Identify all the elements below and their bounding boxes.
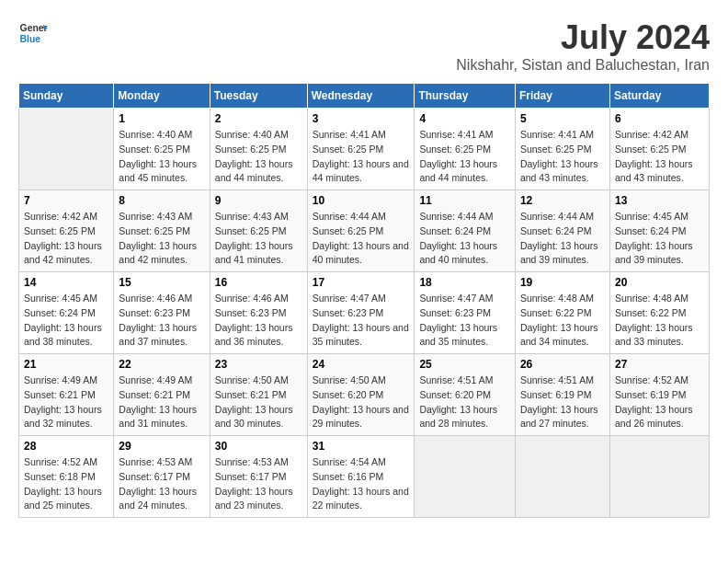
header-day-wednesday: Wednesday [307, 84, 415, 109]
day-detail: Sunrise: 4:42 AMSunset: 6:25 PMDaylight:… [24, 210, 108, 268]
day-number: 4 [419, 112, 510, 125]
day-number: 1 [119, 112, 204, 125]
week-row-3: 14Sunrise: 4:45 AMSunset: 6:24 PMDayligh… [19, 272, 710, 354]
calendar-body: 1Sunrise: 4:40 AMSunset: 6:25 PMDaylight… [19, 109, 710, 518]
day-detail: Sunrise: 4:54 AMSunset: 6:16 PMDaylight:… [313, 455, 410, 513]
day-detail: Sunrise: 4:46 AMSunset: 6:23 PMDaylight:… [119, 292, 204, 350]
svg-text:Blue: Blue [20, 34, 41, 44]
day-detail: Sunrise: 4:43 AMSunset: 6:25 PMDaylight:… [215, 210, 302, 268]
day-number: 7 [24, 194, 108, 207]
table-cell: 21Sunrise: 4:49 AMSunset: 6:21 PMDayligh… [19, 354, 114, 436]
day-detail: Sunrise: 4:49 AMSunset: 6:21 PMDaylight:… [119, 373, 204, 431]
table-cell: 12Sunrise: 4:44 AMSunset: 6:24 PMDayligh… [515, 190, 609, 272]
day-number: 21 [24, 358, 108, 371]
day-number: 18 [419, 276, 510, 289]
day-detail: Sunrise: 4:48 AMSunset: 6:22 PMDaylight:… [520, 292, 605, 350]
day-number: 27 [615, 358, 704, 371]
day-number: 3 [313, 112, 410, 125]
table-cell: 30Sunrise: 4:53 AMSunset: 6:17 PMDayligh… [210, 436, 307, 518]
table-cell: 3Sunrise: 4:41 AMSunset: 6:25 PMDaylight… [307, 109, 415, 190]
table-cell [415, 436, 516, 518]
day-number: 11 [419, 194, 510, 207]
day-number: 13 [615, 194, 704, 207]
day-number: 16 [215, 276, 302, 289]
table-cell: 25Sunrise: 4:51 AMSunset: 6:20 PMDayligh… [415, 354, 516, 436]
day-detail: Sunrise: 4:50 AMSunset: 6:20 PMDaylight:… [313, 373, 410, 431]
day-detail: Sunrise: 4:46 AMSunset: 6:23 PMDaylight:… [215, 292, 302, 350]
week-row-2: 7Sunrise: 4:42 AMSunset: 6:25 PMDaylight… [19, 190, 710, 272]
table-cell: 18Sunrise: 4:47 AMSunset: 6:23 PMDayligh… [415, 272, 516, 354]
table-cell: 1Sunrise: 4:40 AMSunset: 6:25 PMDaylight… [114, 109, 210, 190]
days-of-week-row: SundayMondayTuesdayWednesdayThursdayFrid… [19, 84, 710, 109]
table-cell: 13Sunrise: 4:45 AMSunset: 6:24 PMDayligh… [609, 190, 709, 272]
table-cell: 17Sunrise: 4:47 AMSunset: 6:23 PMDayligh… [307, 272, 415, 354]
day-number: 22 [119, 358, 204, 371]
week-row-4: 21Sunrise: 4:49 AMSunset: 6:21 PMDayligh… [19, 354, 710, 436]
day-number: 29 [119, 440, 204, 453]
header-day-tuesday: Tuesday [210, 84, 307, 109]
day-detail: Sunrise: 4:52 AMSunset: 6:18 PMDaylight:… [24, 455, 108, 513]
page-header: General Blue July 2024 Nikshahr, Sistan … [18, 18, 710, 74]
title-block: July 2024 Nikshahr, Sistan and Baluchest… [456, 18, 710, 74]
day-number: 26 [520, 358, 605, 371]
table-cell: 2Sunrise: 4:40 AMSunset: 6:25 PMDaylight… [210, 109, 307, 190]
day-detail: Sunrise: 4:45 AMSunset: 6:24 PMDaylight:… [615, 210, 704, 268]
day-detail: Sunrise: 4:47 AMSunset: 6:23 PMDaylight:… [419, 292, 510, 350]
table-cell: 16Sunrise: 4:46 AMSunset: 6:23 PMDayligh… [210, 272, 307, 354]
day-number: 12 [520, 194, 605, 207]
table-cell: 9Sunrise: 4:43 AMSunset: 6:25 PMDaylight… [210, 190, 307, 272]
table-cell: 31Sunrise: 4:54 AMSunset: 6:16 PMDayligh… [307, 436, 415, 518]
table-cell: 6Sunrise: 4:42 AMSunset: 6:25 PMDaylight… [609, 109, 709, 190]
week-row-5: 28Sunrise: 4:52 AMSunset: 6:18 PMDayligh… [19, 436, 710, 518]
table-cell: 29Sunrise: 4:53 AMSunset: 6:17 PMDayligh… [114, 436, 210, 518]
day-detail: Sunrise: 4:41 AMSunset: 6:25 PMDaylight:… [419, 128, 510, 186]
day-detail: Sunrise: 4:45 AMSunset: 6:24 PMDaylight:… [24, 292, 108, 350]
calendar-table: SundayMondayTuesdayWednesdayThursdayFrid… [18, 83, 710, 518]
day-number: 10 [313, 194, 410, 207]
day-number: 30 [215, 440, 302, 453]
table-cell: 24Sunrise: 4:50 AMSunset: 6:20 PMDayligh… [307, 354, 415, 436]
day-detail: Sunrise: 4:44 AMSunset: 6:24 PMDaylight:… [520, 210, 605, 268]
week-row-1: 1Sunrise: 4:40 AMSunset: 6:25 PMDaylight… [19, 109, 710, 190]
day-number: 25 [419, 358, 510, 371]
day-number: 5 [520, 112, 605, 125]
day-detail: Sunrise: 4:44 AMSunset: 6:24 PMDaylight:… [419, 210, 510, 268]
table-cell: 26Sunrise: 4:51 AMSunset: 6:19 PMDayligh… [515, 354, 609, 436]
table-cell [609, 436, 709, 518]
table-cell: 4Sunrise: 4:41 AMSunset: 6:25 PMDaylight… [415, 109, 516, 190]
day-detail: Sunrise: 4:41 AMSunset: 6:25 PMDaylight:… [520, 128, 605, 186]
table-cell [515, 436, 609, 518]
day-detail: Sunrise: 4:41 AMSunset: 6:25 PMDaylight:… [313, 128, 410, 186]
day-detail: Sunrise: 4:47 AMSunset: 6:23 PMDaylight:… [313, 292, 410, 350]
header-day-thursday: Thursday [415, 84, 516, 109]
table-cell: 27Sunrise: 4:52 AMSunset: 6:19 PMDayligh… [609, 354, 709, 436]
header-day-monday: Monday [114, 84, 210, 109]
day-detail: Sunrise: 4:43 AMSunset: 6:25 PMDaylight:… [119, 210, 204, 268]
logo: General Blue [18, 18, 48, 48]
day-number: 8 [119, 194, 204, 207]
header-day-saturday: Saturday [609, 84, 709, 109]
day-number: 9 [215, 194, 302, 207]
day-detail: Sunrise: 4:52 AMSunset: 6:19 PMDaylight:… [615, 373, 704, 431]
header-day-sunday: Sunday [19, 84, 114, 109]
main-title: July 2024 [456, 18, 710, 57]
day-number: 2 [215, 112, 302, 125]
table-cell: 10Sunrise: 4:44 AMSunset: 6:25 PMDayligh… [307, 190, 415, 272]
table-cell: 28Sunrise: 4:52 AMSunset: 6:18 PMDayligh… [19, 436, 114, 518]
day-detail: Sunrise: 4:40 AMSunset: 6:25 PMDaylight:… [215, 128, 302, 186]
calendar-header: SundayMondayTuesdayWednesdayThursdayFrid… [19, 84, 710, 109]
table-cell: 5Sunrise: 4:41 AMSunset: 6:25 PMDaylight… [515, 109, 609, 190]
day-detail: Sunrise: 4:51 AMSunset: 6:20 PMDaylight:… [419, 373, 510, 431]
day-number: 17 [313, 276, 410, 289]
logo-icon: General Blue [18, 18, 48, 48]
day-number: 23 [215, 358, 302, 371]
day-detail: Sunrise: 4:49 AMSunset: 6:21 PMDaylight:… [24, 373, 108, 431]
table-cell: 8Sunrise: 4:43 AMSunset: 6:25 PMDaylight… [114, 190, 210, 272]
day-detail: Sunrise: 4:53 AMSunset: 6:17 PMDaylight:… [119, 455, 204, 513]
day-detail: Sunrise: 4:53 AMSunset: 6:17 PMDaylight:… [215, 455, 302, 513]
day-number: 14 [24, 276, 108, 289]
day-detail: Sunrise: 4:51 AMSunset: 6:19 PMDaylight:… [520, 373, 605, 431]
day-number: 31 [313, 440, 410, 453]
day-detail: Sunrise: 4:44 AMSunset: 6:25 PMDaylight:… [313, 210, 410, 268]
day-detail: Sunrise: 4:42 AMSunset: 6:25 PMDaylight:… [615, 128, 704, 186]
